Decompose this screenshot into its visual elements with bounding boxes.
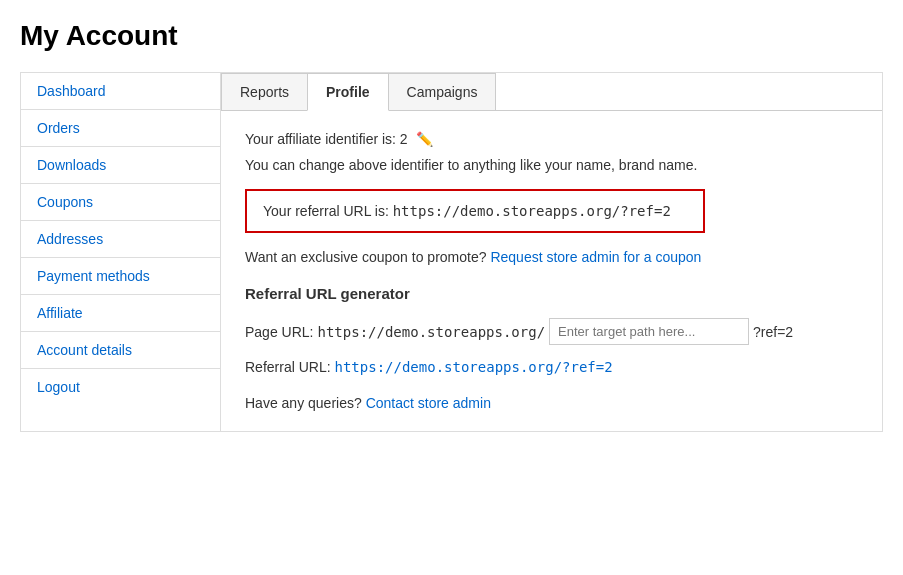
query-row: Have any queries? Contact store admin bbox=[245, 395, 858, 411]
page-title: My Account bbox=[20, 20, 883, 52]
tab-campaigns[interactable]: Campaigns bbox=[388, 73, 497, 110]
tab-reports[interactable]: Reports bbox=[221, 73, 308, 110]
affiliate-id-row: Your affiliate identifier is: 2 ✏️ bbox=[245, 131, 858, 147]
referral-url-gen-value: https://demo.storeapps.org/?ref=2 bbox=[334, 359, 612, 375]
referral-result-row: Referral URL: https://demo.storeapps.org… bbox=[245, 359, 858, 375]
referral-url-box: Your referral URL is: https://demo.store… bbox=[245, 189, 705, 233]
affiliate-id-text: Your affiliate identifier is: 2 bbox=[245, 131, 408, 147]
identifier-note: You can change above identifier to anyth… bbox=[245, 157, 858, 173]
coupon-row: Want an exclusive coupon to promote? Req… bbox=[245, 249, 858, 265]
query-text: Have any queries? bbox=[245, 395, 362, 411]
sidebar-item-payment-methods[interactable]: Payment methods bbox=[21, 258, 220, 295]
page-url-label: Page URL: bbox=[245, 324, 313, 340]
page-url-suffix: ?ref=2 bbox=[753, 324, 793, 340]
sidebar-item-dashboard[interactable]: Dashboard bbox=[21, 73, 220, 110]
referral-url-value: https://demo.storeapps.org/?ref=2 bbox=[393, 203, 671, 219]
contact-admin-link[interactable]: Contact store admin bbox=[366, 395, 491, 411]
generator-title: Referral URL generator bbox=[245, 285, 858, 302]
sidebar-item-downloads[interactable]: Downloads bbox=[21, 147, 220, 184]
sidebar-item-coupons[interactable]: Coupons bbox=[21, 184, 220, 221]
sidebar-item-affiliate[interactable]: Affiliate bbox=[21, 295, 220, 332]
tab-bar: Reports Profile Campaigns bbox=[221, 73, 882, 111]
main-content: Reports Profile Campaigns Your affiliate… bbox=[220, 72, 883, 432]
target-path-input[interactable] bbox=[549, 318, 749, 345]
sidebar: Dashboard Orders Downloads Coupons Addre… bbox=[20, 72, 220, 432]
sidebar-item-account-details[interactable]: Account details bbox=[21, 332, 220, 369]
referral-url-gen-label: Referral URL: bbox=[245, 359, 331, 375]
tab-profile[interactable]: Profile bbox=[307, 73, 389, 111]
coupon-link[interactable]: Request store admin for a coupon bbox=[490, 249, 701, 265]
tab-content: Your affiliate identifier is: 2 ✏️ You c… bbox=[221, 111, 882, 431]
coupon-text: Want an exclusive coupon to promote? bbox=[245, 249, 487, 265]
sidebar-item-addresses[interactable]: Addresses bbox=[21, 221, 220, 258]
referral-url-label: Your referral URL is: bbox=[263, 203, 393, 219]
sidebar-item-orders[interactable]: Orders bbox=[21, 110, 220, 147]
page-url-base: https://demo.storeapps.org/ bbox=[317, 324, 545, 340]
page-url-row: Page URL: https://demo.storeapps.org/ ?r… bbox=[245, 318, 858, 345]
sidebar-item-logout[interactable]: Logout bbox=[21, 369, 220, 405]
edit-affiliate-icon[interactable]: ✏️ bbox=[416, 131, 433, 147]
